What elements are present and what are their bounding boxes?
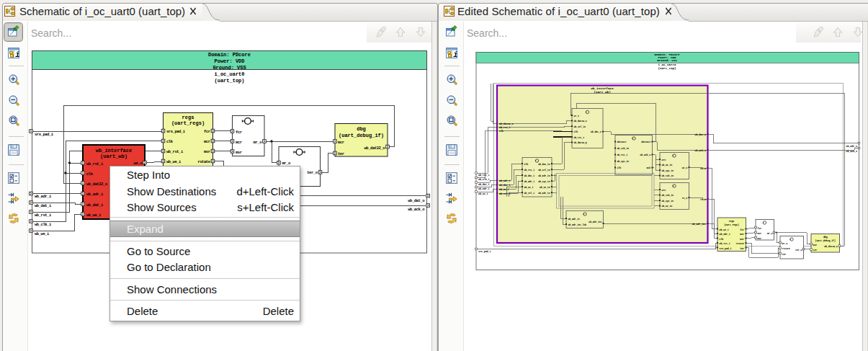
svg-text:wb_rst_i: wb_rst_i	[574, 136, 585, 139]
svg-text:mcr: mcr	[813, 244, 818, 246]
svg-text:Ground: VSS: Ground: VSS	[212, 65, 246, 71]
svg-text:fcr: fcr	[236, 130, 242, 135]
svg-text:wb_clk_i: wb_clk_i	[478, 178, 490, 181]
svg-text:wb_adr_o: wb_adr_o	[846, 145, 858, 148]
svg-text:Power: VDD: Power: VDD	[214, 58, 244, 64]
svg-text:re_o: re_o	[700, 198, 706, 201]
svg-text:Ground: VSS: Ground: VSS	[657, 59, 677, 62]
svg-text:dbg: dbg	[823, 236, 828, 239]
svg-text:msr: msr	[236, 150, 242, 155]
svg-text:fcr: fcr	[204, 129, 210, 134]
svg-text:wb_dat32_o: wb_dat32_o	[499, 123, 513, 125]
svg-text:wre: wre	[662, 189, 666, 192]
svg-text:rstate: rstate	[782, 247, 790, 250]
svg-text:wb_adr_int_lsb: wb_adr_int_lsb	[568, 223, 587, 226]
svg-text:ter: ter	[338, 151, 344, 156]
svg-text:wb_we_i: wb_we_i	[86, 213, 102, 218]
svg-text:wb_dat_in: wb_dat_in	[538, 163, 550, 166]
svg-text:wb_dat_o: wb_dat_o	[591, 130, 601, 133]
svg-text:wb_dat_i: wb_dat_i	[35, 203, 52, 208]
svg-text:(uart_wb): (uart_wb)	[594, 90, 611, 94]
svg-text:wb_sel_i: wb_sel_i	[499, 192, 511, 195]
svg-text:wb_interface: wb_interface	[96, 148, 132, 154]
svg-text:wb_adr_in: wb_adr_in	[538, 192, 550, 195]
svg-text:wb_adr_is: wb_adr_is	[568, 218, 581, 221]
svg-text:wb_adr_i: wb_adr_i	[499, 179, 511, 182]
svg-text:(uart_regs): (uart_regs)	[171, 120, 205, 126]
svg-text:ter_o: ter_o	[795, 249, 802, 252]
svg-text:wb_adr_int: wb_adr_int	[692, 223, 706, 226]
svg-text:we_o: we_o	[134, 161, 143, 166]
svg-text:re_o: re_o	[682, 197, 687, 200]
svg-text:wb_adr_i: wb_adr_i	[478, 187, 490, 190]
svg-text:wb_stb_in: wb_stb_in	[617, 147, 630, 150]
svg-text:fcr: fcr	[740, 228, 744, 231]
svg-text:wb_rst_i: wb_rst_i	[499, 126, 511, 129]
svg-text:ier: ier	[740, 247, 744, 250]
svg-text:wb_dat_i: wb_dat_i	[499, 184, 511, 187]
svg-text:wb_rst_i: wb_rst_i	[524, 169, 535, 172]
svg-text:wb_we_i: wb_we_i	[720, 228, 729, 231]
svg-text:wb_stb_in: wb_stb_in	[662, 194, 674, 197]
svg-text:wb_ack_o: wb_ack_o	[408, 207, 425, 212]
svg-text:ter_o: ter_o	[307, 170, 318, 175]
svg-text:wr_e: wr_e	[574, 115, 579, 117]
svg-text:wb_rst_i: wb_rst_i	[86, 161, 104, 166]
svg-text:clk: clk	[86, 172, 94, 177]
svg-text:wb_ack_o: wb_ack_o	[846, 150, 858, 153]
svg-text:wb_dat_i: wb_dat_i	[478, 183, 490, 186]
svg-text:wb_we_i: wb_we_i	[524, 186, 534, 189]
svg-text:wb_we_in: wb_we_in	[540, 186, 550, 189]
svg-text:mr_o: mr_o	[782, 242, 788, 245]
svg-text:msr: msr	[740, 238, 744, 241]
svg-text:wb_we_i: wb_we_i	[35, 231, 50, 236]
svg-text:fcr: fcr	[758, 227, 762, 230]
svg-text:wb_rst_i: wb_rst_i	[720, 242, 730, 245]
svg-text:mcr: mcr	[758, 232, 762, 235]
svg-text:i_oc_uart0: i_oc_uart0	[658, 63, 676, 66]
svg-text:wb_clk_i: wb_clk_i	[35, 222, 52, 227]
svg-text:wb_dat32_p: wb_dat32_p	[574, 141, 587, 144]
svg-text:wb_adr_int: wb_adr_int	[589, 221, 601, 223]
svg-text:mr_o: mr_o	[767, 232, 773, 235]
svg-text:clk: clk	[166, 139, 174, 144]
svg-text:wb_sel_in: wb_sel_in	[538, 169, 550, 172]
svg-text:ier: ier	[782, 253, 787, 256]
svg-text:(uart_regs): (uart_regs)	[724, 223, 739, 226]
svg-text:wb_cyc_in: wb_cyc_in	[617, 160, 630, 163]
svg-text:regs: regs	[182, 115, 194, 120]
svg-text:wb_ack_o: wb_ack_o	[640, 154, 650, 156]
svg-text:wb_stb_in: wb_stb_in	[662, 174, 674, 177]
svg-text:regs: regs	[729, 220, 735, 223]
svg-text:mr_o: mr_o	[254, 140, 263, 145]
svg-text:clk: clk	[524, 163, 529, 166]
svg-text:wb_cyc_in: wb_cyc_in	[662, 169, 674, 172]
svg-text:srx_pad_i: srx_pad_i	[478, 250, 491, 253]
svg-text:srx_pad_i: srx_pad_i	[35, 132, 54, 137]
svg-text:wb_adr_in: wb_adr_in	[538, 174, 550, 177]
svg-text:Domain: PDcore: Domain: PDcore	[208, 52, 251, 58]
svg-text:wb_adr_i: wb_adr_i	[720, 233, 730, 236]
svg-text:wb_we_i: wb_we_i	[478, 192, 488, 195]
svg-text:wb_dat_i: wb_dat_i	[524, 174, 535, 177]
svg-text:i_oc_uart0: i_oc_uart0	[214, 71, 244, 77]
svg-text:wb_adr_i: wb_adr_i	[524, 180, 535, 183]
svg-text:wb_cyc_in: wb_cyc_in	[662, 200, 674, 203]
svg-text:wb_rst_i: wb_rst_i	[166, 149, 184, 154]
svg-text:clk: clk	[720, 238, 724, 241]
svg-text:clk: clk	[617, 166, 622, 169]
svg-text:wb_dat32_o: wb_dat32_o	[824, 245, 838, 248]
svg-text:wb_dat_o: wb_dat_o	[408, 198, 425, 203]
svg-text:ter: ter	[813, 249, 818, 252]
svg-text:msr: msr	[758, 237, 762, 240]
svg-text:mcr: mcr	[740, 233, 744, 236]
svg-text:(uart_debug_if): (uart_debug_if)	[815, 239, 836, 242]
svg-text:clk: clk	[574, 130, 578, 133]
svg-text:dbg: dbg	[357, 126, 366, 132]
svg-text:wb_ack_o: wb_ack_o	[695, 149, 707, 152]
svg-text:wb_cyc_in: wb_cyc_in	[538, 180, 550, 183]
svg-text:wb_dat_o: wb_dat_o	[695, 133, 707, 136]
svg-text:wb_we_i: wb_we_i	[499, 188, 509, 191]
svg-text:wb_we_in: wb_we_in	[662, 164, 673, 166]
svg-text:wb_rst_i: wb_rst_i	[35, 213, 52, 218]
